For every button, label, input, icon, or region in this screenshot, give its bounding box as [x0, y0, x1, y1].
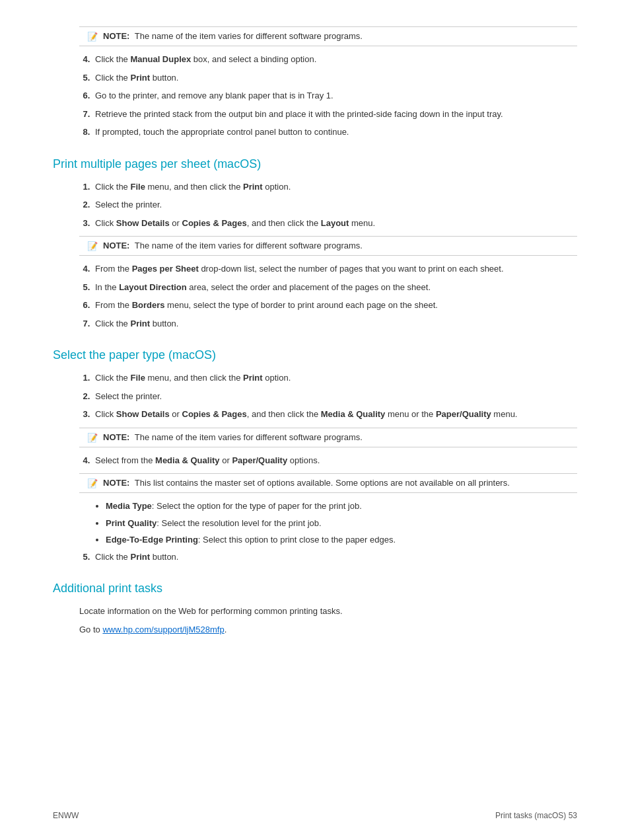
bold-text: Media & Quality [321, 409, 386, 419]
section2-note1-text: NOTE: The name of the item varies for di… [103, 432, 363, 442]
bold-text: Layout [321, 218, 349, 228]
bold-text: Layout Direction [119, 282, 187, 292]
list-item: Edge-To-Edge Printing: Select this optio… [106, 533, 577, 547]
section1-note-text: NOTE: The name of the item varies for di… [103, 241, 363, 250]
list-item: Media Type: Select the option for the ty… [106, 500, 577, 513]
bold-text: Paper/Quality [232, 455, 287, 465]
list-item: Click the File menu, and then click the … [92, 180, 577, 194]
bold-text: Media Type [106, 501, 152, 511]
bold-text: Show Details [116, 409, 170, 419]
list-item: Print Quality: Select the resolution lev… [106, 517, 577, 530]
bold-text: File [130, 373, 145, 383]
list-item: Click the Print button. [92, 71, 577, 85]
section1-steps2-list: From the Pages per Sheet drop-down list,… [79, 262, 577, 330]
bold-text: Print Quality [106, 518, 157, 528]
top-note: 📝 NOTE: The name of the item varies for … [79, 26, 577, 46]
bold-text: Print [243, 373, 263, 383]
note-icon: 📝 [87, 32, 98, 42]
list-item: Select the printer. [92, 390, 577, 403]
list-item: In the Layout Direction area, select the… [92, 281, 577, 294]
top-note-text: NOTE: The name of the item varies for di… [103, 31, 363, 41]
section1-note: 📝 NOTE: The name of the item varies for … [79, 236, 577, 256]
bold-text: Show Details [116, 218, 170, 228]
note-icon: 📝 [87, 433, 98, 443]
list-item: Select from the Media & Quality or Paper… [92, 454, 577, 467]
list-item: Go to the printer, and remove any blank … [92, 89, 577, 102]
section2-note2-text: NOTE: This list contains the master set … [103, 478, 510, 488]
note-icon: 📝 [87, 241, 98, 251]
list-item: Click the Print button. [92, 551, 577, 564]
list-item: Click Show Details or Copies & Pages, an… [92, 408, 577, 421]
bold-text: Print [243, 182, 263, 192]
note-icon: 📝 [87, 478, 98, 488]
bold-text: Manual Duplex [130, 54, 191, 64]
section2-note1: 📝 NOTE: The name of the item varies for … [79, 428, 577, 447]
list-item: Click the Print button. [92, 317, 577, 330]
bold-text: File [130, 182, 145, 192]
section3-heading: Additional print tasks [53, 582, 577, 595]
bold-text: Edge-To-Edge Printing [106, 535, 198, 545]
list-item: Click the Manual Duplex box, and select … [92, 53, 577, 66]
section3-para1: Locate information on the Web for perfor… [79, 605, 577, 618]
section2-step5-list: Click the Print button. [79, 551, 577, 564]
list-item: Select the printer. [92, 198, 577, 211]
bold-text: Copies & Pages [182, 218, 247, 228]
section3-para2: Go to www.hp.com/support/ljM528mfp. [79, 623, 577, 636]
section2-bullets: Media Type: Select the option for the ty… [106, 500, 577, 547]
section1-steps-list: Click the File menu, and then click the … [79, 180, 577, 230]
section2-step4-list: Select from the Media & Quality or Paper… [79, 454, 577, 467]
bold-text: Paper/Quality [436, 409, 491, 419]
footer-right: Print tasks (macOS) 53 [495, 811, 577, 820]
list-item: From the Pages per Sheet drop-down list,… [92, 262, 577, 276]
section1-heading: Print multiple pages per sheet (macOS) [53, 157, 577, 171]
section2-note2: 📝 NOTE: This list contains the master se… [79, 473, 577, 493]
bold-text: Print [130, 319, 150, 328]
bold-text: Media & Quality [155, 455, 220, 465]
bold-text: Pages per Sheet [132, 264, 199, 274]
bold-text: Borders [132, 300, 165, 310]
bold-text: Print [130, 73, 150, 83]
list-item: Click the File menu, and then click the … [92, 371, 577, 385]
section2-heading: Select the paper type (macOS) [53, 348, 577, 362]
list-item: If prompted, touch the appropriate contr… [92, 126, 577, 139]
footer-left: ENWW [53, 811, 79, 820]
footer: ENWW Print tasks (macOS) 53 [53, 811, 577, 820]
bold-text: Print [130, 552, 150, 562]
top-steps-list: Click the Manual Duplex box, and select … [79, 53, 577, 139]
bold-text: Copies & Pages [182, 409, 247, 419]
section2-steps-list: Click the File menu, and then click the … [79, 371, 577, 421]
list-item: From the Borders menu, select the type o… [92, 299, 577, 312]
list-item: Click Show Details or Copies & Pages, an… [92, 217, 577, 230]
list-item: Retrieve the printed stack from the outp… [92, 108, 577, 121]
support-link[interactable]: www.hp.com/support/ljM528mfp [102, 625, 224, 634]
